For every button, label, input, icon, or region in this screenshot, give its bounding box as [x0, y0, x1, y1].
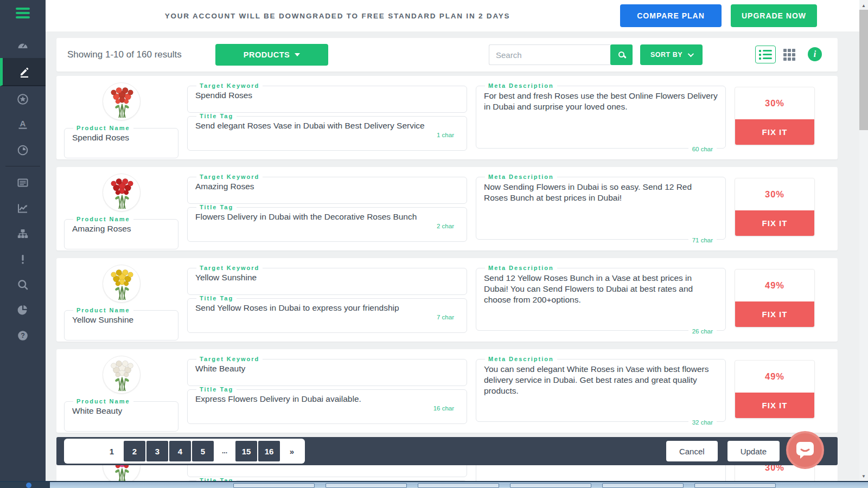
search-group: [489, 44, 633, 65]
sidebar-item-reports[interactable]: [0, 297, 46, 323]
svg-text:A: A: [20, 119, 26, 128]
product-name-field[interactable]: Product Name Amazing Roses: [64, 216, 178, 249]
title-tag-field[interactable]: Title Tag Flowers Delivery in Dubai with…: [187, 204, 467, 242]
page-button-3[interactable]: 3: [146, 441, 168, 461]
page-button-5[interactable]: 5: [192, 441, 214, 461]
sidebar-item-history[interactable]: [0, 137, 46, 163]
search-button[interactable]: [610, 44, 633, 65]
product-row: Product Name White Beauty Target Keyword…: [56, 349, 838, 433]
sidebar-item-editor[interactable]: [0, 58, 46, 86]
product-image: [103, 82, 141, 120]
product-image: [103, 174, 141, 211]
meta-description-field[interactable]: Meta Description For best and fresh Rose…: [476, 82, 726, 149]
sidebar-item-listing[interactable]: [0, 170, 46, 195]
title-tag-label: Title Tag: [196, 113, 237, 119]
sidebar-item-dashboard[interactable]: [0, 33, 46, 58]
product-row: Product Name Amazing Roses Target Keywor…: [56, 167, 838, 251]
cancel-button[interactable]: Cancel: [666, 441, 718, 461]
page-button-prev[interactable]: [66, 441, 100, 461]
fix-it-button[interactable]: FIX IT: [735, 301, 814, 327]
products-dropdown[interactable]: PRODUCTS: [215, 44, 328, 66]
pie-chart-icon: [16, 304, 29, 317]
target-keyword-field[interactable]: Target Keyword White Beauty: [187, 356, 467, 386]
chat-widget-button[interactable]: [786, 431, 824, 469]
sidebar-divider: [5, 166, 40, 166]
scroll-down-arrow[interactable]: ▼: [859, 472, 868, 480]
target-keyword-field[interactable]: Target Keyword Spendid Roses: [187, 82, 467, 113]
compare-plan-button[interactable]: COMPARE PLAN: [620, 4, 722, 27]
title-tag-value: Express Flowers Delivery in Dubai availa…: [194, 393, 460, 404]
title-char-count: 2 char: [433, 223, 458, 229]
page-button-16[interactable]: 16: [258, 441, 280, 461]
grid-view-toggle[interactable]: [783, 49, 796, 62]
target-keyword-value: Amazing Roses: [194, 180, 460, 191]
sidebar-item-sitemap[interactable]: [0, 221, 46, 246]
meta-char-count: 71 char: [688, 237, 717, 243]
title-tag-field[interactable]: Title Tag Send elegant Roses Vase in Dub…: [187, 113, 467, 151]
page-button-1[interactable]: 1: [101, 441, 123, 461]
page-button-2[interactable]: 2: [124, 441, 145, 461]
sort-by-dropdown[interactable]: SORT BY: [640, 44, 703, 65]
product-name-field[interactable]: Product Name White Beauty: [64, 398, 178, 432]
upgrade-now-button[interactable]: UPGRADE NOW: [731, 4, 817, 27]
product-image: [103, 265, 141, 303]
fix-it-button[interactable]: FIX IT: [735, 210, 814, 236]
taskbar: [0, 481, 868, 488]
meta-description-label: Meta Description: [485, 356, 557, 362]
title-tag-field[interactable]: Title Tag Express Flowers Delivery in Du…: [187, 386, 467, 424]
meta-char-count: 60 char: [688, 146, 717, 152]
history-icon: [16, 144, 29, 157]
sidebar-item-fonts[interactable]: A: [0, 112, 46, 137]
info-icon[interactable]: i: [808, 47, 822, 61]
meta-description-value: Now Sending Flowers in Dubai is so easy.…: [483, 180, 719, 203]
page-button-...[interactable]: ...: [215, 441, 234, 461]
meta-description-field[interactable]: Meta Description You can send elegant Wh…: [476, 356, 726, 422]
sidebar-item-search[interactable]: [0, 272, 46, 297]
chat-bubble-icon: [794, 440, 816, 460]
results-count: Showing 1-10 of 160 results: [67, 49, 182, 60]
meta-description-field[interactable]: Meta Description Send 12 Yellow Roses Bu…: [476, 265, 726, 331]
meta-description-value: For best and fresh Roses use the best On…: [483, 89, 719, 112]
menu-icon[interactable]: [0, 0, 46, 26]
meta-description-label: Meta Description: [485, 82, 557, 89]
scrollbar-thumb[interactable]: [859, 10, 868, 130]
target-keyword-label: Target Keyword: [196, 174, 263, 180]
product-name-label: Product Name: [73, 307, 133, 313]
product-name-field[interactable]: Product Name Yellow Sunshine: [64, 307, 178, 341]
title-tag-value: Flowers Delivery in Dubai with the Decor…: [194, 210, 460, 222]
star-icon: [16, 93, 29, 106]
fix-it-button[interactable]: FIX IT: [735, 119, 814, 145]
page-button-15[interactable]: 15: [235, 441, 257, 461]
product-name-value: Amazing Roses: [71, 222, 171, 234]
taskbar-orb-icon: [26, 483, 31, 488]
meta-description-value: You can send elegant White Roses in Vase…: [483, 362, 719, 396]
seo-score-value: 30%: [735, 87, 814, 119]
seo-score-value: 49%: [735, 269, 814, 301]
product-name-field[interactable]: Product Name Spendid Roses: [64, 125, 178, 158]
sidebar-item-help[interactable]: ?: [0, 323, 46, 348]
target-keyword-field[interactable]: Target Keyword Amazing Roses: [187, 174, 467, 204]
sort-by-label: SORT BY: [650, 51, 682, 59]
title-char-count: 16 char: [430, 405, 458, 412]
downgrade-warning: YOUR ACCOUNT WILL BE DOWNGRADED TO FREE …: [46, 12, 629, 20]
dashboard-icon: [16, 39, 29, 52]
sidebar-item-analytics[interactable]: [0, 195, 46, 221]
update-button[interactable]: Update: [727, 441, 780, 461]
scroll-up-arrow[interactable]: ▲: [859, 1, 868, 10]
sidebar: A ?: [0, 0, 46, 488]
page-button-4[interactable]: 4: [169, 441, 191, 461]
list-view-toggle[interactable]: [755, 46, 776, 63]
sidebar-item-alerts[interactable]: [0, 246, 46, 272]
title-tag-field[interactable]: Title Tag Send Yellow Roses in Dubai to …: [187, 295, 467, 333]
search-input[interactable]: [489, 44, 610, 65]
app-window: A ? YOUR ACCOUNT WILL BE DOWNGRADED TO F…: [0, 0, 868, 488]
meta-description-field[interactable]: Meta Description Now Sending Flowers in …: [476, 174, 726, 240]
sidebar-item-favorites[interactable]: [0, 86, 46, 112]
alert-icon: [16, 253, 29, 266]
svg-text:?: ?: [21, 332, 25, 339]
page-button-»[interactable]: »: [281, 441, 303, 461]
product-name-label: Product Name: [73, 125, 133, 131]
fix-it-button[interactable]: FIX IT: [735, 393, 814, 418]
meta-description-label: Meta Description: [485, 265, 557, 271]
target-keyword-field[interactable]: Target Keyword Yellow Sunshine: [187, 265, 467, 295]
